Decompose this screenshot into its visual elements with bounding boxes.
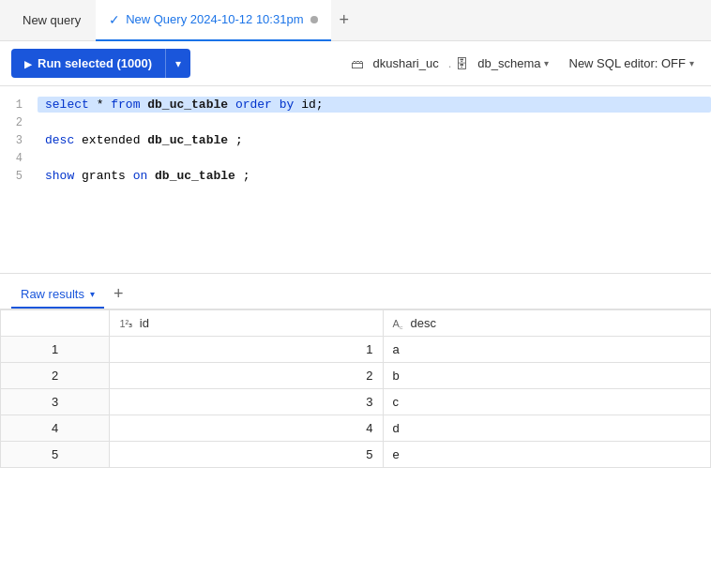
catalog-name: dkushari_uc: [373, 56, 439, 70]
run-dropdown-arrow: ▾: [175, 57, 181, 70]
kw-order: order: [235, 98, 272, 112]
cell-desc: a: [383, 337, 710, 363]
results-section: Raw results ▾ + 1²₃ id A꜀ desc: [0, 274, 711, 468]
tbl-2: db_uc_table: [147, 133, 228, 147]
raw-results-tab[interactable]: Raw results ▾: [11, 281, 104, 309]
tab-bar: New query ✓ New Query 2024-10-12 10:31pm…: [0, 0, 711, 41]
th-id: 1²₃ id: [110, 310, 383, 337]
results-tab-chevron-icon: ▾: [90, 289, 95, 299]
line-content-3: desc extended db_uc_table ;: [38, 132, 711, 148]
run-button-label: Run selected (1000): [38, 56, 152, 70]
tab-new-query[interactable]: New query: [8, 0, 96, 41]
kw-on: on: [133, 169, 148, 183]
th-row-num: [1, 310, 110, 337]
th-desc: A꜀ desc: [383, 310, 710, 337]
cell-row-num: 5: [1, 442, 110, 468]
cell-desc: b: [383, 363, 710, 389]
th-id-label: id: [140, 316, 149, 330]
cell-id: 2: [110, 363, 383, 389]
line-num-2: 2: [0, 116, 38, 129]
active-tab-label: New Query 2024-10-12 10:31pm: [126, 12, 303, 26]
separator-dot: .: [448, 56, 452, 70]
schema-chevron-icon: ▾: [544, 58, 549, 68]
tbl-3: db_uc_table: [155, 169, 235, 183]
sql-editor-chevron-icon: ▾: [689, 58, 694, 68]
code-editor[interactable]: 1 select * from db_uc_table order by id;…: [0, 86, 711, 274]
toolbar: Run selected (1000) ▾ 🗃 dkushari_uc . 🗄 …: [0, 41, 711, 86]
tab-active[interactable]: ✓ New Query 2024-10-12 10:31pm: [96, 0, 331, 41]
line-content-2: [38, 114, 711, 130]
sql-editor-label: New SQL editor: OFF: [569, 56, 687, 70]
schema-icon: 🗄: [455, 56, 468, 71]
line-num-5: 5: [0, 170, 38, 183]
schema-dropdown[interactable]: db_schema ▾: [472, 53, 553, 74]
table-row: 1 1 a: [1, 337, 711, 363]
cell-id: 4: [110, 415, 383, 442]
run-dropdown-button[interactable]: ▾: [165, 49, 190, 78]
cell-desc: c: [383, 389, 710, 415]
code-line-1: 1 select * from db_uc_table order by id;: [0, 96, 711, 113]
results-tab-bar: Raw results ▾ +: [0, 274, 711, 309]
code-line-3: 3 desc extended db_uc_table ;: [0, 131, 711, 149]
kw-from: from: [111, 98, 140, 112]
run-button[interactable]: Run selected (1000): [11, 49, 165, 78]
line-num-3: 3: [0, 134, 38, 147]
kw-desc: desc: [45, 133, 74, 147]
cell-row-num: 4: [1, 415, 110, 442]
kw-by: by: [280, 98, 295, 112]
code-line-2: 2: [0, 113, 711, 131]
add-tab-button[interactable]: +: [331, 10, 356, 30]
cell-row-num: 3: [1, 389, 110, 415]
line-num-4: 4: [0, 152, 38, 165]
desc-type-icon: A꜀: [393, 318, 403, 329]
cell-row-num: 2: [1, 363, 110, 389]
cell-desc: d: [383, 415, 710, 442]
line-content-5: show grants on db_uc_table ;: [38, 168, 711, 184]
db-info: 🗃 dkushari_uc . 🗄 db_schema ▾: [351, 53, 554, 74]
table-row: 4 4 d: [1, 415, 711, 442]
check-icon: ✓: [109, 12, 120, 27]
line-content-4: [38, 150, 711, 166]
run-button-group: Run selected (1000) ▾: [11, 49, 190, 78]
result-table: 1²₃ id A꜀ desc 1 1 a 2 2 b 3 3 c: [0, 309, 711, 468]
line-content-1: select * from db_uc_table order by id;: [38, 97, 711, 113]
kw-show: show: [45, 169, 74, 183]
kw-select: select: [45, 98, 89, 112]
sql-editor-toggle[interactable]: New SQL editor: OFF ▾: [564, 53, 701, 74]
line-num-1: 1: [0, 98, 38, 112]
database-icon: 🗃: [351, 56, 364, 71]
code-line-4: 4: [0, 149, 711, 167]
table-row: 2 2 b: [1, 363, 711, 389]
tbl-1: db_uc_table: [147, 98, 228, 112]
cell-id: 1: [110, 337, 383, 363]
cell-id: 5: [110, 442, 383, 468]
table-row: 3 3 c: [1, 389, 711, 415]
raw-results-label: Raw results: [21, 287, 84, 301]
play-icon: [24, 56, 32, 70]
id-type-icon: 1²₃: [119, 318, 132, 329]
new-query-label: New query: [23, 13, 81, 27]
result-table-container: 1²₃ id A꜀ desc 1 1 a 2 2 b 3 3 c: [0, 309, 711, 468]
cell-row-num: 1: [1, 337, 110, 363]
add-results-tab-button[interactable]: +: [108, 284, 129, 304]
catalog-dropdown[interactable]: dkushari_uc: [368, 53, 445, 74]
schema-name: db_schema: [477, 56, 540, 70]
table-header-row: 1²₃ id A꜀ desc: [1, 310, 711, 337]
code-line-5: 5 show grants on db_uc_table ;: [0, 167, 711, 185]
dot-icon: [310, 16, 318, 23]
cell-desc: e: [383, 442, 710, 468]
th-desc-label: desc: [411, 316, 436, 330]
cell-id: 3: [110, 389, 383, 415]
table-row: 5 5 e: [1, 442, 711, 468]
